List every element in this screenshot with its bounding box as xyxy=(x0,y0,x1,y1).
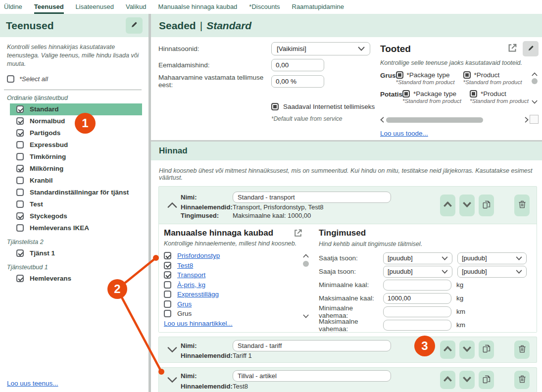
tab-raamatupidamine[interactable]: Raamatupidamine xyxy=(292,3,345,14)
max-weight-input[interactable] xyxy=(383,293,451,304)
price-item-link[interactable]: Expresstillägg xyxy=(177,291,219,298)
products-vertical-scrollbar[interactable] xyxy=(530,72,539,84)
scroll-down-icon[interactable] xyxy=(532,100,538,104)
edit-services-button[interactable] xyxy=(126,17,143,34)
price-zones-select[interactable]: [Vaikimisi] xyxy=(271,42,370,55)
tab-lisateenused[interactable]: Lisateenused xyxy=(76,3,114,14)
tab-discounts[interactable]: *Discounts xyxy=(249,3,280,14)
price-item-link[interactable]: Transport xyxy=(177,271,205,279)
price-name-input[interactable] xyxy=(233,340,391,351)
removal-price-input[interactable] xyxy=(271,59,324,71)
move-down-button[interactable] xyxy=(459,341,475,359)
sender-zone-select-1[interactable]: [puudub] xyxy=(383,252,452,264)
price-items-open-button[interactable] xyxy=(293,228,303,238)
scroll-thumb[interactable] xyxy=(386,117,483,123)
sidebar-item-milkorning[interactable]: Milkörning xyxy=(10,163,142,175)
tab-valikud[interactable]: Valikud xyxy=(126,3,147,14)
checkbox[interactable] xyxy=(16,153,24,160)
checkbox[interactable] xyxy=(164,291,171,298)
product-checkbox[interactable] xyxy=(463,71,471,79)
create-price-item-link[interactable]: Loo uus hinnaartikkel... xyxy=(164,320,233,327)
scroll-down-icon[interactable] xyxy=(303,314,309,318)
copy-button[interactable] xyxy=(479,371,494,389)
sidebar-item-styckegods[interactable]: Styckegods xyxy=(10,210,142,222)
tab-uldine[interactable]: Üldine xyxy=(4,3,22,14)
checkbox[interactable] xyxy=(164,310,171,317)
price-item-link[interactable]: Test8 xyxy=(177,262,193,269)
checkbox[interactable] xyxy=(164,271,171,279)
sidebar-item-partigods[interactable]: Partigods xyxy=(10,127,142,139)
delete-button[interactable] xyxy=(514,341,530,359)
copy-button[interactable] xyxy=(479,341,494,359)
collapse-toggle[interactable] xyxy=(164,202,181,208)
checkbox[interactable] xyxy=(16,165,24,172)
online-ordering-checkbox[interactable] xyxy=(271,103,279,110)
checkbox[interactable] xyxy=(16,105,24,113)
tab-manuaalse-hinnaga-kaubad[interactable]: Manuaalse hinnaga kaubad xyxy=(158,3,238,14)
sidebar-item-kranbil[interactable]: Kranbil xyxy=(10,175,142,187)
products-open-button[interactable] xyxy=(506,43,519,55)
product-checkbox[interactable] xyxy=(470,90,477,98)
min-distance-input[interactable] xyxy=(383,306,451,317)
expand-toggle[interactable] xyxy=(164,346,181,353)
price-item-link[interactable]: Grus xyxy=(177,310,192,317)
scroll-up-icon[interactable] xyxy=(532,72,538,76)
create-product-link[interactable]: Loo uus toode... xyxy=(380,130,428,137)
products-horizontal-scrollbar[interactable] xyxy=(380,117,529,123)
max-distance-input[interactable] xyxy=(383,320,451,331)
move-up-button[interactable] xyxy=(440,195,455,216)
online-ordering-row[interactable]: Saadaval Internetist tellimiseks xyxy=(271,103,375,110)
move-up-button[interactable] xyxy=(440,341,455,359)
expand-toggle[interactable] xyxy=(164,377,181,383)
checkbox[interactable] xyxy=(16,117,24,125)
sidebar-item-standard[interactable]: Standard xyxy=(10,103,142,115)
scroll-left-icon[interactable] xyxy=(380,117,384,123)
move-up-button[interactable] xyxy=(440,371,455,389)
checkbox[interactable] xyxy=(16,129,24,137)
move-down-button[interactable] xyxy=(459,371,475,389)
package-type-checkbox[interactable] xyxy=(402,90,410,98)
scroll-thumb[interactable] xyxy=(303,261,309,267)
products-edit-button[interactable] xyxy=(523,41,539,56)
create-service-link[interactable]: Loo uus teenus... xyxy=(7,380,58,387)
min-weight-input[interactable] xyxy=(383,280,451,291)
deduction-input[interactable] xyxy=(271,75,324,88)
delete-button[interactable] xyxy=(514,371,530,389)
price-items-scrollbar[interactable] xyxy=(302,254,310,318)
checkbox[interactable] xyxy=(16,275,24,282)
sidebar-item-tjanst-1[interactable]: Tjänst 1 xyxy=(10,247,142,259)
sender-zone-select-2[interactable]: [puudub] xyxy=(457,252,527,264)
checkbox[interactable] xyxy=(16,224,24,232)
price-name-input[interactable] xyxy=(233,192,391,203)
copy-button[interactable] xyxy=(479,195,494,216)
select-all-checkbox[interactable] xyxy=(7,75,14,83)
sidebar-item-normalbud[interactable]: Normalbud xyxy=(10,115,142,127)
sidebar-item-hemleverans-ikea[interactable]: Hemleverans IKEA xyxy=(10,222,142,234)
price-item-link[interactable]: Prisfordonstyp xyxy=(177,252,220,259)
checkbox[interactable] xyxy=(16,141,24,148)
scroll-up-icon[interactable] xyxy=(303,254,309,258)
price-item-link[interactable]: Grus xyxy=(177,300,192,308)
checkbox[interactable] xyxy=(16,189,24,196)
sidebar-item-timkorning[interactable]: Timkörning xyxy=(10,151,142,163)
sidebar-item-hemleverans[interactable]: Hemleverans xyxy=(10,273,142,285)
package-type-checkbox[interactable] xyxy=(396,71,403,79)
sidebar-item-standardinstallningar[interactable]: Standardinställningar för tjänst xyxy=(10,187,142,198)
checkbox[interactable] xyxy=(16,212,24,220)
scroll-thumb[interactable] xyxy=(532,78,538,84)
checkbox[interactable] xyxy=(164,281,171,289)
price-item-link[interactable]: À-pris, kg xyxy=(177,281,205,289)
move-down-button[interactable] xyxy=(459,195,475,216)
sidebar-item-test[interactable]: Test xyxy=(10,198,142,210)
tab-teenused[interactable]: Teenused xyxy=(34,3,64,14)
select-all-row[interactable]: *Select all xyxy=(7,75,142,83)
scroll-right-icon[interactable] xyxy=(525,117,529,123)
receiver-zone-select-2[interactable]: [puudub] xyxy=(457,266,527,278)
receiver-zone-select-1[interactable]: [puudub] xyxy=(383,266,452,278)
delete-button[interactable] xyxy=(514,195,530,216)
checkbox[interactable] xyxy=(16,177,24,184)
checkbox[interactable] xyxy=(164,300,171,308)
sidebar-item-expressbud[interactable]: Expressbud xyxy=(10,139,142,151)
checkbox[interactable] xyxy=(16,249,24,257)
checkbox[interactable] xyxy=(164,252,171,259)
